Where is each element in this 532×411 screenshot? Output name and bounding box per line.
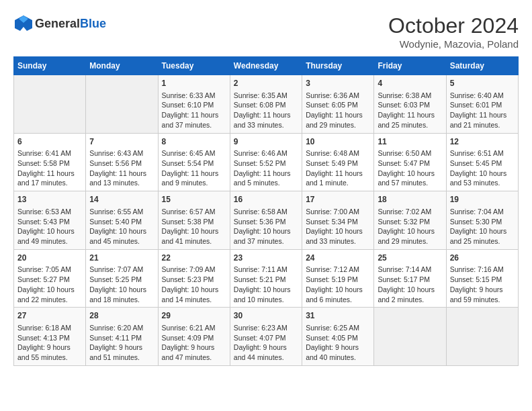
calendar-cell: 23Sunrise: 7:11 AMSunset: 5:21 PMDayligh… <box>230 249 302 308</box>
calendar-week-row: 20Sunrise: 7:05 AMSunset: 5:27 PMDayligh… <box>14 249 519 308</box>
day-info: Sunrise: 6:20 AM <box>89 323 154 333</box>
logo-text-general: General <box>35 17 80 30</box>
day-info: Sunrise: 7:04 AM <box>450 207 515 217</box>
day-info: Sunrise: 7:11 AM <box>234 265 298 275</box>
day-info: Sunset: 5:58 PM <box>17 158 82 169</box>
day-info: Sunrise: 6:43 AM <box>89 148 154 158</box>
day-info: Sunset: 5:38 PM <box>162 217 226 227</box>
day-info: Sunrise: 6:36 AM <box>306 91 370 101</box>
day-info: Sunrise: 7:16 AM <box>450 265 515 275</box>
day-info: Daylight: 11 hours and 1 minute. <box>306 169 370 188</box>
calendar-cell: 5Sunrise: 6:40 AMSunset: 6:01 PMDaylight… <box>446 75 518 134</box>
day-info: Daylight: 10 hours and 41 minutes. <box>162 226 226 246</box>
day-info: Daylight: 9 hours and 44 minutes. <box>234 342 298 362</box>
day-info: Sunrise: 6:51 AM <box>450 148 515 158</box>
day-info: Sunrise: 6:35 AM <box>234 91 298 101</box>
calendar-cell: 8Sunrise: 6:45 AMSunset: 5:54 PMDaylight… <box>158 133 230 191</box>
day-info: Sunrise: 7:02 AM <box>378 207 442 217</box>
weekday-header-friday: Friday <box>374 57 446 75</box>
calendar-week-row: 27Sunrise: 6:18 AMSunset: 4:13 PMDayligh… <box>14 308 519 366</box>
calendar-cell: 26Sunrise: 7:16 AMSunset: 5:15 PMDayligh… <box>446 249 518 308</box>
day-number: 4 <box>378 78 442 89</box>
day-number: 3 <box>306 78 370 89</box>
logo-icon <box>13 13 34 34</box>
day-info: Sunrise: 7:05 AM <box>17 265 82 275</box>
day-number: 6 <box>17 136 82 148</box>
day-info: Sunset: 5:25 PM <box>89 275 154 285</box>
day-info: Sunrise: 6:21 AM <box>162 323 226 333</box>
day-number: 19 <box>450 194 515 205</box>
day-info: Sunrise: 7:14 AM <box>378 265 442 275</box>
calendar-cell: 13Sunrise: 6:53 AMSunset: 5:43 PMDayligh… <box>14 191 86 250</box>
day-number: 13 <box>17 194 82 205</box>
calendar-week-row: 1Sunrise: 6:33 AMSunset: 6:10 PMDaylight… <box>14 75 519 134</box>
calendar-cell: 2Sunrise: 6:35 AMSunset: 6:08 PMDaylight… <box>230 75 302 134</box>
day-info: Daylight: 11 hours and 21 minutes. <box>450 110 515 130</box>
day-info: Daylight: 11 hours and 25 minutes. <box>378 110 442 130</box>
day-info: Daylight: 10 hours and 49 minutes. <box>17 226 82 246</box>
calendar-cell: 19Sunrise: 7:04 AMSunset: 5:30 PMDayligh… <box>446 191 518 250</box>
logo: GeneralBlue <box>13 13 106 34</box>
day-number: 25 <box>378 253 442 264</box>
page-header: GeneralBlue October 2024 Wodynie, Mazovi… <box>13 13 519 50</box>
calendar-body: 1Sunrise: 6:33 AMSunset: 6:10 PMDaylight… <box>14 75 519 366</box>
day-number: 23 <box>234 253 298 264</box>
day-info: Sunset: 4:11 PM <box>89 333 154 343</box>
day-info: Daylight: 9 hours and 55 minutes. <box>17 342 82 362</box>
day-number: 14 <box>89 194 154 205</box>
day-info: Daylight: 11 hours and 9 minutes. <box>162 169 226 188</box>
day-info: Daylight: 10 hours and 22 minutes. <box>17 285 82 304</box>
day-info: Sunset: 6:08 PM <box>234 100 298 110</box>
day-number: 7 <box>89 136 154 148</box>
day-info: Daylight: 9 hours and 51 minutes. <box>89 342 154 362</box>
calendar-cell: 21Sunrise: 7:07 AMSunset: 5:25 PMDayligh… <box>86 249 158 308</box>
day-number: 10 <box>306 136 370 148</box>
day-info: Daylight: 9 hours and 59 minutes. <box>450 285 515 304</box>
day-number: 26 <box>450 253 515 264</box>
day-number: 27 <box>17 310 82 322</box>
calendar-cell: 20Sunrise: 7:05 AMSunset: 5:27 PMDayligh… <box>14 249 86 308</box>
day-info: Daylight: 11 hours and 17 minutes. <box>17 169 82 188</box>
day-number: 5 <box>450 78 515 89</box>
day-info: Sunset: 5:54 PM <box>162 158 226 169</box>
day-number: 29 <box>162 310 226 322</box>
day-number: 20 <box>17 253 82 264</box>
calendar-cell: 28Sunrise: 6:20 AMSunset: 4:11 PMDayligh… <box>86 308 158 366</box>
day-info: Sunrise: 6:46 AM <box>234 148 298 158</box>
weekday-header-thursday: Thursday <box>302 57 374 75</box>
calendar-cell <box>446 308 518 366</box>
day-info: Daylight: 10 hours and 45 minutes. <box>89 226 154 246</box>
day-info: Daylight: 10 hours and 53 minutes. <box>450 169 515 188</box>
day-info: Daylight: 9 hours and 40 minutes. <box>306 342 370 362</box>
day-info: Daylight: 10 hours and 25 minutes. <box>450 226 515 246</box>
calendar-cell: 10Sunrise: 6:48 AMSunset: 5:49 PMDayligh… <box>302 133 374 191</box>
day-info: Sunset: 5:34 PM <box>306 217 370 227</box>
day-info: Sunset: 5:36 PM <box>234 217 298 227</box>
calendar-cell: 7Sunrise: 6:43 AMSunset: 5:56 PMDaylight… <box>86 133 158 191</box>
day-info: Sunrise: 6:55 AM <box>89 207 154 217</box>
title-block: October 2024 Wodynie, Mazovia, Poland <box>388 13 519 50</box>
calendar-cell: 25Sunrise: 7:14 AMSunset: 5:17 PMDayligh… <box>374 249 446 308</box>
day-info: Sunrise: 7:00 AM <box>306 207 370 217</box>
day-info: Daylight: 9 hours and 47 minutes. <box>162 342 226 362</box>
day-number: 9 <box>234 136 298 148</box>
calendar-cell <box>374 308 446 366</box>
day-info: Sunset: 5:40 PM <box>89 217 154 227</box>
calendar-cell: 16Sunrise: 6:58 AMSunset: 5:36 PMDayligh… <box>230 191 302 250</box>
day-info: Sunrise: 6:33 AM <box>162 91 226 101</box>
calendar-cell: 22Sunrise: 7:09 AMSunset: 5:23 PMDayligh… <box>158 249 230 308</box>
day-info: Sunrise: 6:18 AM <box>17 323 82 333</box>
day-info: Sunrise: 6:45 AM <box>162 148 226 158</box>
day-number: 11 <box>378 136 442 148</box>
day-info: Sunset: 5:49 PM <box>306 158 370 169</box>
calendar-cell: 1Sunrise: 6:33 AMSunset: 6:10 PMDaylight… <box>158 75 230 134</box>
day-info: Sunset: 5:23 PM <box>162 275 226 285</box>
calendar-header: SundayMondayTuesdayWednesdayThursdayFrid… <box>14 57 519 75</box>
day-info: Sunset: 5:21 PM <box>234 275 298 285</box>
day-info: Sunrise: 6:50 AM <box>378 148 442 158</box>
day-number: 31 <box>306 310 370 322</box>
calendar-cell: 15Sunrise: 6:57 AMSunset: 5:38 PMDayligh… <box>158 191 230 250</box>
weekday-header-sunday: Sunday <box>14 57 86 75</box>
day-number: 12 <box>450 136 515 148</box>
day-info: Sunrise: 6:53 AM <box>17 207 82 217</box>
